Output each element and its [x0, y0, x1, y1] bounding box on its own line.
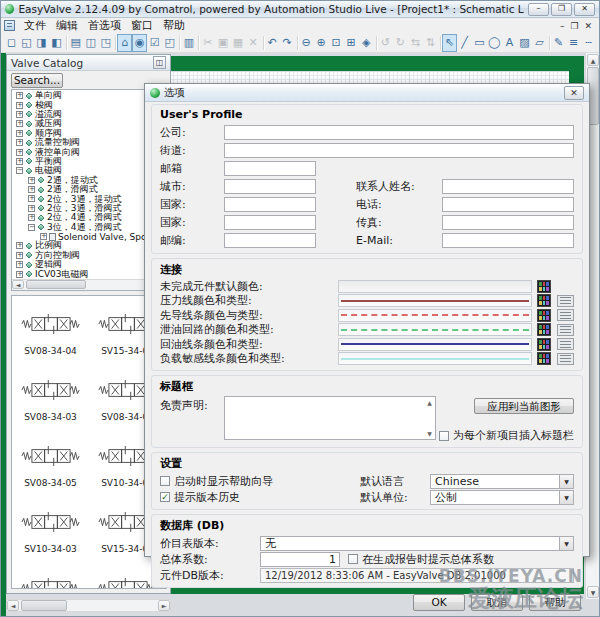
color-palette-icon[interactable]	[537, 294, 551, 307]
flip-horizontal-icon[interactable]: ⇆	[408, 34, 423, 52]
redo-icon[interactable]: ↷	[280, 34, 295, 52]
fax-field[interactable]	[442, 215, 574, 230]
mdi-close-button[interactable]: ✕	[584, 21, 592, 31]
valve-symbol-item[interactable]: SV10-34-03	[12, 508, 89, 574]
rectangle-icon[interactable]: ▭	[472, 34, 487, 52]
line-style-icon[interactable]	[557, 295, 574, 307]
line-style-icon[interactable]: ┄	[581, 34, 596, 52]
tree-expander-icon[interactable]: +	[16, 92, 23, 99]
text-icon[interactable]: A	[502, 34, 517, 52]
verify-icon[interactable]: ☑	[147, 34, 162, 52]
valve-symbol-item[interactable]	[12, 574, 89, 589]
catalog-icon[interactable]: ⌂	[117, 34, 132, 52]
tree-expander-icon[interactable]: −	[28, 224, 35, 231]
pen-icon[interactable]: ✎	[551, 34, 566, 52]
paste-icon[interactable]: ▦	[230, 34, 245, 52]
purge-icon[interactable]: ◰	[162, 34, 177, 52]
rotate-left-icon[interactable]: ↺	[378, 34, 393, 52]
unit-dropdown[interactable]: 公制 ▼	[430, 490, 574, 505]
email-field[interactable]	[442, 233, 574, 248]
minimize-button[interactable]: –	[528, 3, 549, 16]
tree-expander-icon[interactable]: +	[16, 271, 23, 278]
scroll-left-icon[interactable]: ◄	[12, 280, 24, 289]
factor-prompt-checkbox[interactable]	[348, 554, 358, 564]
mdi-minimize-button[interactable]: –	[560, 21, 565, 31]
color-palette-icon[interactable]	[537, 352, 551, 365]
line-style-icon[interactable]	[557, 338, 574, 350]
pin-icon[interactable]: ◫	[153, 56, 166, 69]
menu-item[interactable]: 编辑	[51, 19, 83, 32]
pricelist-dropdown[interactable]: 无 ▼	[260, 536, 574, 551]
library-icon[interactable]: ◉	[132, 34, 147, 52]
street-field[interactable]	[224, 143, 574, 158]
horizontal-scrollbar-thumb[interactable]	[21, 600, 67, 611]
menu-item[interactable]: 文件	[19, 19, 51, 32]
select-icon[interactable]: ⇖	[442, 34, 457, 52]
ellipse-icon[interactable]: ◯	[487, 34, 502, 52]
chevron-down-icon[interactable]: ▼	[559, 491, 573, 504]
mailbox-field[interactable]	[224, 161, 316, 176]
dialog-close-icon[interactable]: ✕	[564, 86, 584, 100]
apply-to-current-button[interactable]: 应用到当前图形	[474, 398, 574, 414]
factor-field[interactable]: 1	[260, 552, 340, 567]
frame-icon[interactable]: ▱	[532, 34, 547, 52]
tree-expander-icon[interactable]: +	[16, 111, 23, 118]
city-field[interactable]	[224, 179, 316, 194]
flip-vertical-icon[interactable]: ⇅	[423, 34, 438, 52]
line-style-icon[interactable]	[557, 309, 574, 321]
cut-icon[interactable]: ✂	[200, 34, 215, 52]
close-button[interactable]: ✕	[574, 3, 595, 16]
tree-expander-icon[interactable]: +	[16, 242, 23, 249]
zoom-in-icon[interactable]: ⊕	[314, 34, 329, 52]
zoom-page-icon[interactable]: ⊞	[344, 34, 359, 52]
color-palette-icon[interactable]	[537, 280, 551, 293]
image-icon[interactable]: ▨	[517, 34, 532, 52]
scroll-up-icon[interactable]: ▲	[587, 54, 599, 66]
company-field[interactable]	[224, 125, 574, 140]
scroll-up-icon[interactable]: ▲	[425, 398, 434, 407]
open-icon[interactable]: ◱	[19, 34, 34, 52]
tree-expander-icon[interactable]: +	[16, 139, 23, 146]
restore-button[interactable]: ❐	[551, 3, 572, 16]
line-style-icon[interactable]	[557, 353, 574, 365]
horizontal-scrollbar[interactable]: ◄ ►	[6, 599, 171, 612]
show-wizard-checkbox[interactable]	[160, 476, 170, 486]
mdi-restore-button[interactable]: ❐	[570, 21, 578, 31]
tree-expander-icon[interactable]: +	[28, 186, 35, 193]
tree-expander-icon[interactable]: +	[16, 158, 23, 165]
country-field[interactable]	[224, 215, 316, 230]
phone-field[interactable]	[442, 197, 574, 212]
contact-field[interactable]	[442, 179, 574, 194]
pan-icon[interactable]: ◈	[359, 34, 374, 52]
valve-symbol-item[interactable]: SV08-34-05	[12, 442, 89, 508]
print-icon[interactable]: ▤	[68, 34, 83, 52]
save-all-icon[interactable]: ◧	[49, 34, 64, 52]
scroll-down-icon[interactable]: ▼	[425, 429, 434, 438]
tree-expander-icon[interactable]: +	[16, 130, 23, 137]
line-icon[interactable]: ╱	[457, 34, 472, 52]
color-palette-icon[interactable]	[537, 338, 551, 351]
line-width-icon[interactable]: ≡	[566, 34, 581, 52]
tree-expander-icon[interactable]: +	[28, 195, 35, 202]
chevron-down-icon[interactable]: ▼	[559, 475, 573, 488]
zoom-window-icon[interactable]: ⊡	[329, 34, 344, 52]
tree-expander-icon[interactable]: −	[16, 167, 23, 174]
tree-expander-icon[interactable]: +	[16, 120, 23, 127]
menu-item[interactable]: 窗口	[126, 19, 158, 32]
tree-scrollbar-thumb[interactable]	[26, 280, 86, 289]
color-palette-icon[interactable]	[537, 323, 551, 336]
delete-icon[interactable]: ✕	[245, 34, 260, 52]
document-icon[interactable]	[4, 20, 15, 31]
tree-expander-icon[interactable]: +	[16, 149, 23, 156]
menu-item[interactable]: 帮助	[158, 19, 190, 32]
zoom-out-icon[interactable]: ⊖	[299, 34, 314, 52]
tree-horizontal-scrollbar[interactable]: ◄ ►	[12, 279, 166, 290]
menu-item[interactable]: 首选项	[83, 19, 126, 32]
rotate-right-icon[interactable]: ↻	[393, 34, 408, 52]
undo-icon[interactable]: ↶	[265, 34, 280, 52]
page-setup-icon[interactable]: ◳	[98, 34, 113, 52]
save-icon[interactable]: ◨	[34, 34, 49, 52]
chevron-down-icon[interactable]: ▼	[559, 537, 573, 550]
tree-expander-icon[interactable]: +	[16, 102, 23, 109]
tree-expander-icon[interactable]: +	[28, 214, 35, 221]
